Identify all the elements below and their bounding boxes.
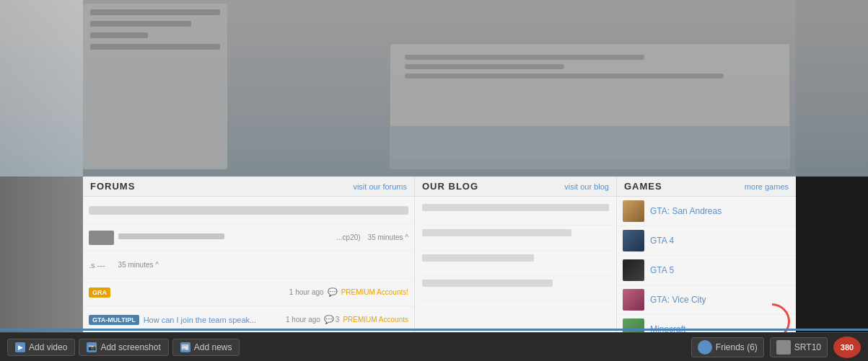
forum-time-gra: 1 hour ago	[289, 288, 324, 296]
blur-row-1	[89, 206, 408, 215]
game-thumb-sa	[623, 200, 644, 222]
blur-line-3	[90, 32, 148, 38]
top-left-panel	[83, 4, 227, 169]
forums-link[interactable]: visit our forums	[353, 182, 407, 191]
scroll-thumb	[0, 329, 868, 331]
add-news-label: Add news	[194, 342, 232, 352]
blog-content	[415, 197, 616, 305]
forum-premium-gra[interactable]: PREMIUM Accounts!	[341, 288, 408, 296]
user-label: SRT10	[794, 342, 821, 352]
blog-row-2	[418, 226, 613, 251]
forum-time-2: ...cp20)	[336, 233, 360, 241]
blog-row-3	[418, 251, 613, 276]
add-screenshot-button[interactable]: 📷 Add screenshot	[79, 339, 168, 356]
main-wrapper: FORUMS visit our forums ...cp20) 35 minu…	[0, 0, 868, 361]
blog-row-4	[418, 276, 613, 301]
blog-title: OUR BLOG	[422, 181, 478, 192]
forums-header: FORUMS visit our forums	[83, 177, 414, 197]
top-right-panel-inner	[390, 126, 790, 169]
top-section	[0, 0, 868, 177]
blur-line-1	[90, 9, 220, 15]
forum-tag-blur	[89, 231, 114, 245]
forum-tag-multipl: GTA-MULTIPL	[89, 315, 139, 325]
blur-line-4	[90, 44, 220, 50]
blur-line-2	[90, 21, 191, 27]
user-avatar	[776, 340, 791, 355]
game-thumb-vc	[623, 289, 644, 311]
blog-blur-4	[422, 280, 553, 287]
forums-title: FORUMS	[90, 181, 135, 192]
screenshot-icon: 📷	[87, 342, 97, 352]
forum-row-3: .s --- 35 minutes ^	[83, 251, 414, 279]
games-more-link[interactable]: more games	[745, 182, 789, 191]
toolbar-right: Friends (6) SRT10 380	[691, 337, 861, 358]
points-value: 380	[841, 343, 854, 352]
news-icon: 📰	[180, 342, 190, 352]
friends-label: Friends (6)	[716, 342, 758, 352]
user-button[interactable]: SRT10	[770, 337, 828, 357]
add-screenshot-label: Add screenshot	[100, 342, 160, 352]
friends-avatar	[698, 340, 712, 355]
game-row-gta4[interactable]: GTA 4	[617, 226, 796, 256]
forum-row-gra: GRA 1 hour ago 💬 PREMIUM Accounts!	[83, 279, 414, 306]
blog-header: OUR BLOG visit our blog	[415, 177, 616, 197]
game-row-gta5[interactable]: GTA 5	[617, 256, 796, 285]
forum-row-blurred-1	[83, 197, 414, 224]
scroll-indicator[interactable]	[0, 329, 868, 331]
top-blur-1	[405, 55, 644, 60]
top-blur-2	[405, 64, 564, 69]
add-video-label: Add video	[29, 342, 67, 352]
friends-button[interactable]: Friends (6)	[691, 337, 764, 357]
sections-row: FORUMS visit our forums ...cp20) 35 minu…	[83, 177, 796, 332]
game-name-gta4: GTA 4	[650, 236, 674, 246]
forum-tag-s: .s ---	[89, 261, 105, 269]
game-name-vc: GTA: Vice City	[650, 295, 706, 305]
forums-section: FORUMS visit our forums ...cp20) 35 minu…	[83, 177, 415, 332]
chat-icon-multipl: 💬	[324, 315, 334, 324]
blur-text-a	[118, 233, 224, 239]
blog-blur-3	[422, 254, 534, 262]
game-row-sa[interactable]: GTA: San Andreas	[617, 197, 796, 226]
games-title: GAMES	[624, 181, 662, 192]
game-name-gta5: GTA 5	[650, 265, 674, 275]
bottom-toolbar: ▶ Add video 📷 Add screenshot 📰 Add news …	[0, 332, 868, 361]
points-badge: 380	[833, 337, 861, 358]
forum-count-multipl: 3	[336, 316, 340, 324]
forum-title-multipl[interactable]: How can I join the team speak...	[144, 316, 280, 324]
blog-section: OUR BLOG visit our blog	[415, 177, 617, 332]
forum-time-3: 35 minutes ^	[118, 261, 159, 269]
content-area: FORUMS visit our forums ...cp20) 35 minu…	[83, 177, 796, 332]
forum-row-blurred-2: ...cp20) 35 minutes ^	[83, 224, 414, 251]
add-news-button[interactable]: 📰 Add news	[172, 339, 240, 356]
forum-time-multipl: 1 hour ago	[286, 316, 320, 324]
forum-tag-gra: GRA	[89, 288, 110, 298]
game-thumb-gta4	[623, 230, 644, 251]
blog-blur-2	[422, 229, 571, 236]
video-icon: ▶	[15, 342, 25, 352]
game-thumb-gta5	[623, 259, 644, 281]
top-blur-3	[405, 73, 724, 79]
forum-time-blurred: 35 minutes ^	[368, 233, 408, 241]
blog-row-1	[418, 200, 613, 226]
add-video-button[interactable]: ▶ Add video	[7, 339, 75, 356]
games-header: GAMES more games	[617, 177, 796, 197]
forum-premium-multipl[interactable]: PREMIUM Accounts	[343, 316, 408, 324]
game-name-sa: GTA: San Andreas	[650, 206, 722, 216]
blog-link[interactable]: visit our blog	[564, 182, 609, 191]
blog-blur-1	[422, 204, 609, 211]
chat-icon-gra: 💬	[328, 288, 338, 297]
